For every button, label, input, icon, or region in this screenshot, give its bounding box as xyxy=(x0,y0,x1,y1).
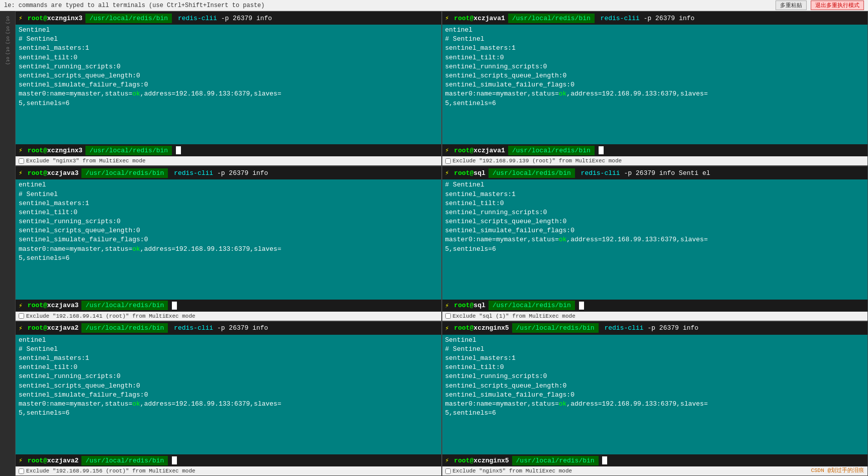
terminal-footer-t3: ⚡ root@xczjava3 /usr/local/redis/bin xyxy=(16,300,441,312)
prompt-symbol: ⚡ xyxy=(445,324,449,332)
exit-button[interactable]: 退出多重执行模式 xyxy=(811,1,864,10)
cursor xyxy=(176,146,181,154)
output-line-4: sentinel_running_scripts:0 xyxy=(445,372,865,381)
footer-host: root@xcznginx5 xyxy=(451,456,512,465)
output-line-5: sentinel_simulate_failure_flags:0 xyxy=(445,226,865,235)
output-line-7: master0:name=mymaster,status=ok,address=… xyxy=(445,400,865,409)
paste-button[interactable]: 多重粘贴 xyxy=(776,1,807,10)
host-label: root@xcznginx5 xyxy=(451,323,512,333)
output-line-0: # Sentinel xyxy=(445,180,865,189)
output-line-5: sentinel_scripts_queue_length:0 xyxy=(445,71,865,80)
terminal-wrapper-t6: ⚡ root@xcznginx5 /usr/local/redis/bin re… xyxy=(442,321,869,476)
terminal-pane-t4[interactable]: ⚡ root@sql /usr/local/redis/bin redis-cl… xyxy=(442,166,868,311)
terminal-pane-t3[interactable]: ⚡ root@xczjava3 /usr/local/redis/bin red… xyxy=(16,166,441,311)
topbar-label: le: commands are typed to all terminals … xyxy=(4,2,264,9)
output-line-8: 5,sentinels=6 xyxy=(19,409,438,418)
output-line-3: sentinel_running_scripts:0 xyxy=(445,208,865,217)
cmd-args: -p 26379 info xyxy=(647,324,698,332)
terminal-body-t5[interactable]: entinel# Sentinelsentinel_masters:1senti… xyxy=(16,335,441,454)
terminal-body-t1[interactable]: Sentinel# Sentinelsentinel_masters:1sent… xyxy=(16,25,441,144)
output-line-1: # Sentinel xyxy=(19,345,438,354)
output-line-1: # Sentinel xyxy=(445,35,865,44)
footer-host: root@xczjava1 xyxy=(451,146,508,155)
exclude-checkbox-t5[interactable] xyxy=(19,468,24,474)
output-line-0: entinel xyxy=(445,26,865,35)
path-label: /usr/local/redis/bin xyxy=(81,323,168,333)
terminal-pane-t5[interactable]: ⚡ root@xczjava2 /usr/local/redis/bin red… xyxy=(16,322,441,466)
exclude-checkbox-t2[interactable] xyxy=(445,158,451,164)
prompt-symbol: ⚡ xyxy=(445,14,449,22)
footer-host: root@xczjava3 xyxy=(25,301,81,310)
sidebar-item-4[interactable]: ot) xyxy=(5,47,10,55)
terminal-header-t1: ⚡ root@xcznginx3 /usr/local/redis/bin re… xyxy=(16,12,441,25)
cmd-args: -p 26379 info xyxy=(221,15,272,22)
output-line-8: 5,sentinels=6 xyxy=(445,409,865,418)
checkbox-bar-t5: Exclude "192.168.99.156 (root)" from Mul… xyxy=(16,466,441,475)
output-line-6: sentinel_simulate_failure_flags:0 xyxy=(19,80,438,89)
output-line-6: sentinel_simulate_failure_flags:0 xyxy=(19,235,438,244)
footer-prompt: ⚡ xyxy=(445,302,449,310)
host-label: root@xczjava2 xyxy=(25,323,81,333)
terminal-body-t2[interactable]: entinel# Sentinelsentinel_masters:1senti… xyxy=(442,25,868,144)
cursor xyxy=(579,302,584,310)
checkbox-bar-t1: Exclude "nginx3" from MultiExec mode xyxy=(16,156,441,165)
footer-prompt: ⚡ xyxy=(19,456,23,464)
terminal-header-t2: ⚡ root@xczjava1 /usr/local/redis/bin red… xyxy=(442,12,868,25)
path-label: /usr/local/redis/bin xyxy=(512,323,599,333)
footer-path: /usr/local/redis/bin xyxy=(512,456,599,465)
sidebar-item-1[interactable]: ot) xyxy=(5,16,10,24)
terminal-header-t3: ⚡ root@xczjava3 /usr/local/redis/bin red… xyxy=(16,166,441,179)
output-line-4: sentinel_running_scripts:0 xyxy=(445,62,865,71)
footer-prompt: ⚡ xyxy=(445,456,449,464)
sidebar-item-2[interactable]: ot) xyxy=(5,26,10,34)
sidebar-item-3[interactable]: ot) xyxy=(5,36,10,44)
checkbox-label-t3: Exclude "192.168.99.141 (root)" from Mul… xyxy=(26,313,196,319)
output-line-0: entinel xyxy=(19,336,438,345)
cmd-args: -p 26379 info Senti el xyxy=(624,169,710,177)
terminal-body-t3[interactable]: entinel# Sentinelsentinel_masters:1senti… xyxy=(16,179,441,299)
prompt-symbol: ⚡ xyxy=(19,324,23,332)
terminal-body-t4[interactable]: # Sentinelsentinel_masters:1sentinel_til… xyxy=(442,179,868,299)
cmd-label: redis-clii xyxy=(170,169,217,177)
exclude-checkbox-t1[interactable] xyxy=(19,158,24,164)
output-line-7: master0:name=mymaster,status=ok,address=… xyxy=(19,400,438,409)
sidebar-item-5[interactable]: ot) xyxy=(5,57,10,65)
left-sidebar: ot) ot) ot) ot) ot) xyxy=(0,11,15,476)
cmd-label: redis-clii xyxy=(170,324,217,332)
cursor xyxy=(172,456,177,464)
output-line-2: sentinel_masters:1 xyxy=(445,44,865,53)
terminal-footer-t1: ⚡ root@xcznginx3 /usr/local/redis/bin xyxy=(16,144,441,156)
checkbox-label-t2: Exclude "192.168.99.139 (root)" from Mul… xyxy=(453,158,622,164)
terminal-pane-t1[interactable]: ⚡ root@xcznginx3 /usr/local/redis/bin re… xyxy=(16,12,441,156)
terminal-body-t6[interactable]: Sentinel# Sentinelsentinel_masters:1sent… xyxy=(442,335,868,454)
output-line-5: sentinel_scripts_queue_length:0 xyxy=(445,382,865,391)
terminal-footer-t2: ⚡ root@xczjava1 /usr/local/redis/bin xyxy=(442,144,868,156)
terminal-footer-t5: ⚡ root@xczjava2 /usr/local/redis/bin xyxy=(16,454,441,466)
terminal-header-t6: ⚡ root@xcznginx5 /usr/local/redis/bin re… xyxy=(442,322,868,335)
output-line-3: sentinel_tilt:0 xyxy=(445,363,865,372)
terminal-pane-t6[interactable]: ⚡ root@xcznginx5 /usr/local/redis/bin re… xyxy=(442,322,868,466)
output-line-6: sentinel_simulate_failure_flags:0 xyxy=(445,80,865,89)
footer-prompt: ⚡ xyxy=(19,302,23,310)
footer-path: /usr/local/redis/bin xyxy=(81,456,168,465)
exclude-checkbox-t6[interactable] xyxy=(445,468,451,474)
prompt-symbol: ⚡ xyxy=(19,169,23,177)
output-line-1: sentinel_masters:1 xyxy=(445,190,865,199)
output-line-3: sentinel_tilt:0 xyxy=(19,363,438,372)
output-line-7: 5,sentinels=6 xyxy=(445,245,865,254)
exclude-checkbox-t3[interactable] xyxy=(19,313,24,319)
footer-host: root@xczjava2 xyxy=(25,456,81,465)
footer-path: /usr/local/redis/bin xyxy=(85,146,172,155)
output-line-1: # Sentinel xyxy=(445,345,865,354)
host-label: root@sql xyxy=(451,168,488,178)
output-line-2: sentinel_masters:1 xyxy=(19,199,438,208)
output-line-1: # Sentinel xyxy=(19,35,438,44)
exclude-checkbox-t4[interactable] xyxy=(445,313,451,319)
output-line-7: master0:name=mymaster,status=ok,address=… xyxy=(445,89,865,99)
footer-prompt: ⚡ xyxy=(445,146,449,154)
output-line-3: sentinel_tilt:0 xyxy=(19,53,438,62)
terminal-pane-t2[interactable]: ⚡ root@xczjava1 /usr/local/redis/bin red… xyxy=(442,12,868,156)
output-line-5: sentinel_scripts_queue_length:0 xyxy=(19,71,438,80)
output-line-8: 5,sentinels=6 xyxy=(19,254,438,263)
cmd-label: redis-clii xyxy=(577,169,624,177)
